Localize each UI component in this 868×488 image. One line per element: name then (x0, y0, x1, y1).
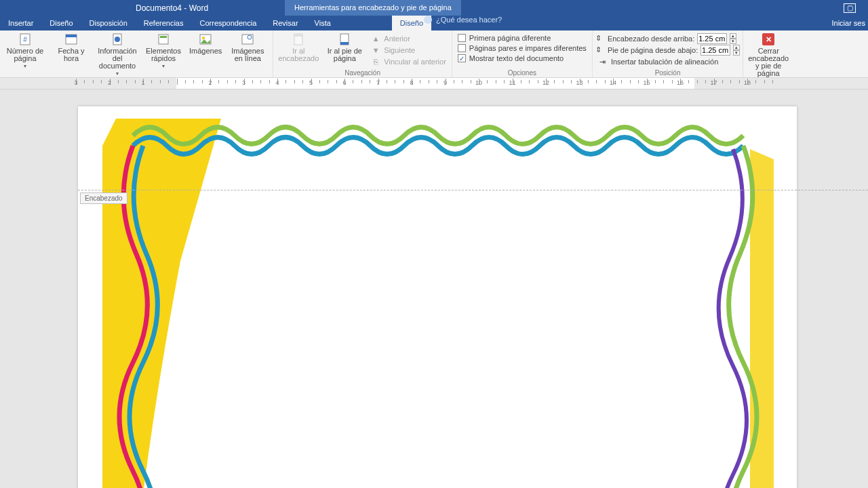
date-time-icon (64, 33, 78, 46)
group-label-posicion: Posición (595, 69, 740, 77)
dropdown-arrow-icon: ▾ (24, 62, 26, 70)
previous-icon: ▲ (371, 34, 380, 43)
group-posicion: ⇕ Encabezado desde arriba: ▴▾ ⇕ Pie de p… (593, 30, 743, 77)
tab-disposicion[interactable]: Disposición (81, 16, 136, 30)
ribbon: # Número de página▾ Fecha y hora Informa… (0, 30, 868, 78)
document-info-button[interactable]: Información del documento▾ (95, 32, 140, 78)
link-icon: ⎘ (371, 57, 380, 66)
odd-even-different-checkbox[interactable]: Páginas pares e impares diferentes (455, 43, 589, 53)
tell-me-placeholder: ¿Qué desea hacer? (436, 16, 502, 24)
spinner-arrows[interactable]: ▴▾ (733, 45, 740, 56)
document-title: Documento4 - Word (136, 3, 208, 13)
show-document-text-checkbox[interactable]: Mostrar texto del documento (455, 54, 566, 63)
quick-parts-button[interactable]: Elementos rápidos▾ (141, 32, 186, 70)
tab-insertar[interactable]: Insertar (0, 16, 41, 30)
insert-alignment-tab-button[interactable]: ⇥Insertar tabulación de alineación (595, 56, 721, 67)
tab-correspondencia[interactable]: Correspondencia (192, 16, 265, 30)
date-time-button[interactable]: Fecha y hora (49, 32, 94, 63)
svg-rect-15 (340, 42, 349, 45)
checkbox-checked-icon (458, 54, 466, 62)
images-button[interactable]: Imágenes (187, 32, 224, 56)
svg-point-9 (202, 37, 205, 39)
footer-bottom-icon: ⇕ (595, 45, 605, 55)
svg-rect-13 (294, 34, 302, 37)
next-button: ▼Siguiente (368, 45, 449, 56)
dropdown-arrow-icon: ▾ (162, 62, 165, 70)
tell-me-search[interactable]: ¿Qué desea hacer? (424, 16, 502, 24)
footer-from-bottom-spinner[interactable]: ⇕ Pie de página desde abajo: ▴▾ (595, 45, 740, 56)
svg-rect-3 (66, 35, 77, 37)
sign-in-link[interactable]: Iniciar ses (831, 16, 865, 30)
checkbox-icon (458, 34, 466, 42)
contextual-tab-label: Herramientas para encabezado y pie de pá… (285, 0, 461, 16)
tab-vista[interactable]: Vista (307, 16, 339, 30)
group-insertar: # Número de página▾ Fecha y hora Informa… (0, 30, 273, 77)
picture-icon (199, 33, 212, 46)
tab-revisar[interactable]: Revisar (264, 16, 306, 30)
page-number-icon: # (18, 33, 32, 46)
spinner-arrows[interactable]: ▴▾ (730, 33, 736, 44)
go-to-header-button: Ir al encabezado (276, 32, 321, 63)
page[interactable] (78, 106, 797, 488)
document-canvas[interactable]: Encabezado (0, 89, 868, 488)
group-label-navegacion: Navegación (276, 69, 449, 77)
horizontal-ruler[interactable]: 32123456789101112131415161718 (0, 78, 868, 89)
checkbox-icon (458, 44, 466, 52)
go-header-icon (292, 33, 305, 46)
close-icon: ✕ (762, 33, 775, 46)
link-previous-button: ⎘Vincular al anterior (368, 56, 449, 67)
page-number-button[interactable]: # Número de página▾ (3, 32, 47, 70)
group-cerrar: ✕ Cerrar encabezado y pie de página Cerr… (743, 30, 793, 77)
header-boundary-line (78, 190, 868, 190)
ribbon-tabs: Insertar Diseño Disposición Referencias … (0, 16, 868, 30)
go-footer-icon (338, 33, 351, 46)
group-navegacion: Ir al encabezado Ir al pie de página ▲An… (273, 30, 452, 77)
ribbon-display-icon[interactable]: ▢ (844, 3, 856, 13)
tab-align-icon: ⇥ (598, 57, 608, 66)
group-opciones: Primera página diferente Páginas pares e… (452, 30, 593, 77)
online-picture-icon (241, 33, 254, 46)
header-from-top-input[interactable] (697, 33, 727, 44)
group-label-opciones: Opciones (455, 69, 589, 77)
first-page-different-checkbox[interactable]: Primera página diferente (455, 33, 553, 43)
go-to-footer-button[interactable]: Ir al pie de página (322, 32, 367, 63)
svg-text:#: # (23, 36, 27, 43)
tab-diseno[interactable]: Diseño (41, 16, 81, 30)
header-tag-label: Encabezado (80, 192, 127, 204)
next-icon: ▼ (371, 45, 380, 55)
footer-from-bottom-input[interactable] (701, 45, 730, 56)
header-top-icon: ⇕ (595, 34, 605, 43)
close-header-footer-button[interactable]: ✕ Cerrar encabezado y pie de página (746, 32, 791, 78)
online-images-button[interactable]: Imágenes en línea (225, 32, 270, 63)
document-info-icon (111, 33, 124, 46)
previous-button: ▲Anterior (368, 33, 449, 44)
dropdown-arrow-icon: ▾ (116, 70, 119, 77)
page-border-decoration (102, 119, 774, 488)
title-bar: Documento4 - Word Herramientas para enca… (0, 0, 868, 16)
svg-rect-7 (160, 36, 167, 38)
header-from-top-spinner[interactable]: ⇕ Encabezado desde arriba: ▴▾ (595, 33, 736, 44)
svg-point-5 (115, 37, 120, 42)
quick-parts-icon (157, 33, 170, 46)
tab-referencias[interactable]: Referencias (136, 16, 192, 30)
ruler-ticks: 32123456789101112131415161718 (0, 78, 868, 89)
lightbulb-icon (424, 16, 432, 24)
